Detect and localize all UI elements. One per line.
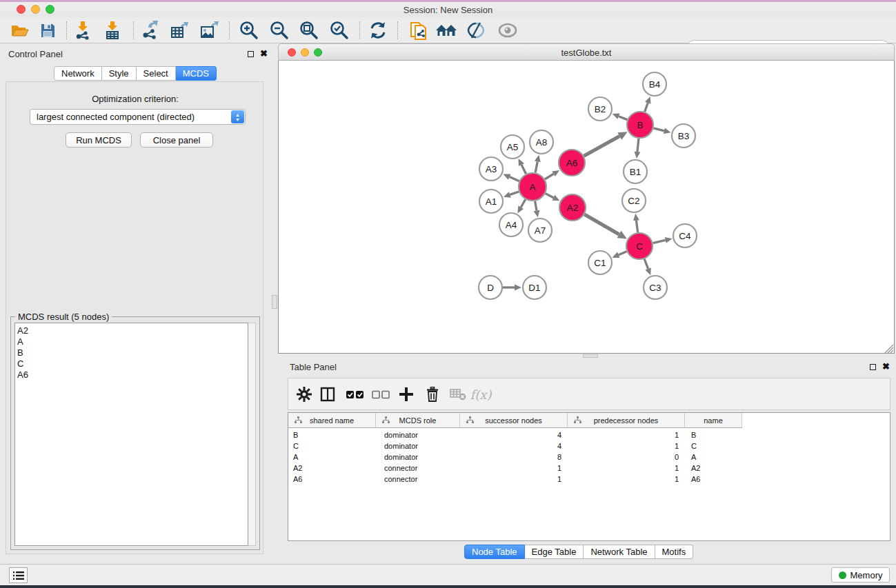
apply-layout-icon[interactable]: [366, 19, 390, 41]
table-cell: 8: [460, 452, 568, 463]
export-network-icon[interactable]: [139, 19, 162, 41]
mcds-result-item[interactable]: A6: [17, 369, 248, 381]
memory-button[interactable]: Memory: [831, 567, 890, 582]
vertical-splitter-grip[interactable]: [272, 295, 277, 309]
table-row[interactable]: Bdominator41B: [288, 429, 742, 440]
table-cell: 1: [568, 429, 685, 440]
edge-A6-B[interactable]: [584, 136, 619, 156]
edge-A-A2[interactable]: [546, 194, 554, 198]
node-table[interactable]: shared nameMCDS rolesuccessor nodesprede…: [288, 412, 890, 541]
mcds-result-item[interactable]: C: [17, 358, 248, 369]
close-panel-button[interactable]: Close panel: [140, 132, 213, 148]
float-panel-icon[interactable]: [248, 51, 254, 57]
column-view-icon[interactable]: [317, 384, 338, 405]
select-all-icon[interactable]: [345, 384, 366, 405]
run-mcds-button[interactable]: Run MCDS: [66, 132, 132, 148]
tab-edge-table[interactable]: Edge Table: [525, 545, 584, 559]
table-close-panel-icon[interactable]: ✖: [882, 363, 890, 370]
edge-C-C1[interactable]: [619, 252, 627, 255]
graphics-details-icon[interactable]: [464, 19, 488, 41]
tab-network-table[interactable]: Network Table: [584, 545, 655, 559]
save-session-icon[interactable]: [36, 19, 59, 41]
edge-A-A6[interactable]: [545, 174, 554, 179]
mcds-result-groupbox: MCDS result (5 nodes) A2ABCA6: [10, 316, 260, 550]
network-canvas[interactable]: B4B2BB3A5A8A6B1A3AC2A1A2A4A7C4CC1C3DD1: [278, 61, 895, 354]
edge-B-B1[interactable]: [637, 139, 639, 152]
edge-B-B3[interactable]: [653, 128, 664, 131]
edge-B-B4[interactable]: [645, 103, 648, 112]
memory-status-icon: [839, 571, 846, 579]
tab-node-table[interactable]: Node Table: [464, 545, 525, 559]
zoom-in-icon[interactable]: [237, 19, 261, 41]
open-session-icon[interactable]: [8, 19, 32, 41]
network-window-title: testGlobe.txt: [279, 48, 894, 58]
import-network-icon[interactable]: [71, 19, 94, 41]
graph-node-label: C3: [649, 283, 661, 293]
graph-node-label: C4: [679, 231, 691, 241]
horizontal-splitter-grip[interactable]: [583, 354, 598, 358]
network-graph[interactable]: B4B2BB3A5A8A6B1A3AC2A1A2A4A7C4CC1C3DD1: [279, 61, 894, 352]
table-row[interactable]: A6connector11A6: [288, 474, 742, 485]
graph-node-label: C1: [594, 258, 606, 268]
duplicate-network-icon[interactable]: [407, 19, 430, 41]
edge-A-A3[interactable]: [510, 177, 519, 181]
resize-grip-icon[interactable]: [884, 344, 894, 353]
tab-network[interactable]: Network: [54, 66, 102, 81]
network-window-titlebar[interactable]: testGlobe.txt: [278, 43, 895, 61]
tab-style[interactable]: Style: [102, 66, 137, 81]
home-icon[interactable]: [435, 19, 458, 41]
column-header-MCDS-role[interactable]: MCDS role: [376, 413, 460, 428]
mcds-result-list[interactable]: A2ABCA6: [14, 323, 248, 546]
delete-table-icon[interactable]: [448, 384, 468, 405]
edge-C-C4[interactable]: [653, 240, 666, 243]
edge-A-A5[interactable]: [521, 165, 526, 174]
edge-A2-C[interactable]: [584, 214, 619, 234]
optimization-criterion-value: largest connected component (directed): [37, 112, 195, 122]
optimization-criterion-select[interactable]: largest connected component (directed) ▲…: [30, 109, 246, 125]
graph-node-label: A4: [506, 220, 517, 230]
edge-A-A1[interactable]: [510, 192, 519, 194]
zoom-selected-icon[interactable]: [328, 19, 351, 41]
zoom-fit-icon[interactable]: [297, 19, 321, 41]
table-row[interactable]: A2connector11A2: [288, 463, 742, 474]
add-column-icon[interactable]: [396, 384, 417, 405]
window-title: Session: New Session: [0, 5, 896, 15]
mcds-result-item[interactable]: B: [17, 347, 248, 358]
table-cell: connector: [376, 463, 460, 474]
column-header-name[interactable]: name: [685, 413, 742, 428]
arrowhead-icon: [535, 155, 541, 163]
column-header-predecessor-nodes[interactable]: predecessor nodes: [568, 413, 685, 428]
edge-A-A7[interactable]: [535, 201, 537, 211]
mcds-result-item[interactable]: A: [17, 336, 248, 347]
column-header-successor-nodes[interactable]: successor nodes: [460, 413, 568, 428]
close-panel-icon[interactable]: ✖: [260, 50, 268, 57]
delete-icon[interactable]: [422, 384, 443, 405]
edge-A-A4[interactable]: [521, 199, 525, 207]
tab-select[interactable]: Select: [137, 66, 176, 81]
table-float-panel-icon[interactable]: [870, 364, 876, 370]
table-panel-title: Table Panel: [290, 362, 337, 372]
arrowhead-icon: [645, 267, 650, 275]
import-table-icon[interactable]: [101, 19, 124, 41]
zoom-out-icon[interactable]: [268, 19, 291, 41]
edge-A-A8[interactable]: [535, 161, 537, 172]
edge-C-C2[interactable]: [636, 221, 637, 232]
table-row[interactable]: Adominator80A: [288, 452, 742, 463]
export-image-icon[interactable]: [197, 19, 221, 41]
gear-icon[interactable]: [294, 384, 315, 405]
function-builder-icon[interactable]: f(x): [470, 384, 491, 405]
edge-B-B2[interactable]: [619, 116, 627, 120]
export-table-icon[interactable]: [168, 19, 191, 41]
birds-eye-icon[interactable]: [496, 19, 519, 41]
mcds-result-scrollbar[interactable]: [248, 323, 256, 546]
tab-mcds[interactable]: MCDS: [176, 66, 217, 81]
tab-motifs[interactable]: Motifs: [655, 545, 694, 559]
task-history-button[interactable]: [9, 567, 28, 583]
column-header-shared-name[interactable]: shared name: [288, 413, 376, 428]
table-row[interactable]: Cdominator41C: [288, 440, 742, 452]
graph-node-label: B2: [595, 104, 606, 114]
mcds-result-item[interactable]: A2: [17, 325, 248, 336]
main-titlebar: Session: New Session: [0, 2, 896, 17]
deselect-all-icon[interactable]: [370, 384, 391, 405]
edge-C-C3[interactable]: [644, 259, 648, 269]
